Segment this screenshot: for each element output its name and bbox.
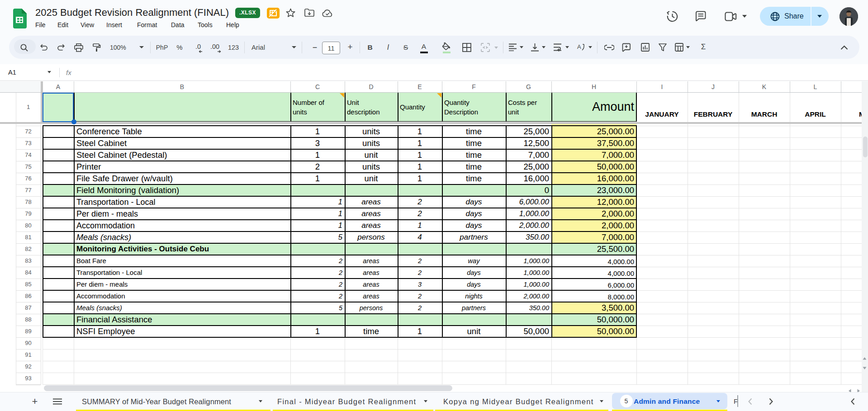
- svg-text:A: A: [577, 43, 581, 50]
